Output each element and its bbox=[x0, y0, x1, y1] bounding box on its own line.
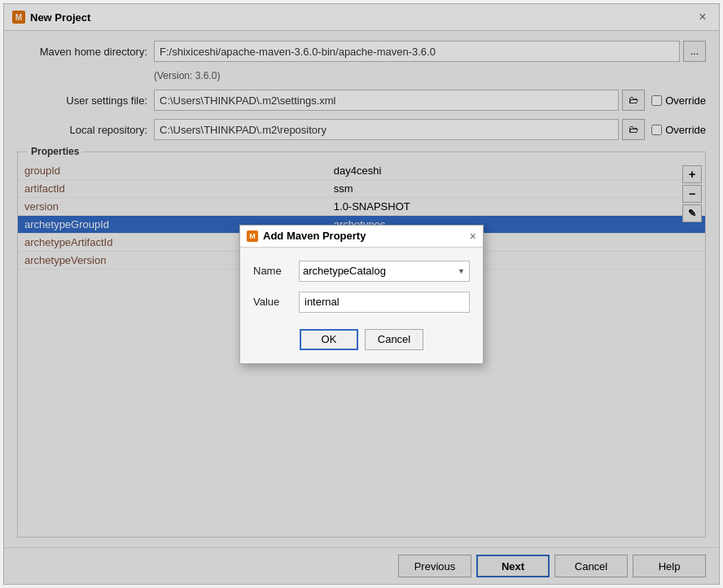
modal-buttons: OK Cancel bbox=[240, 326, 483, 363]
modal-icon: M bbox=[247, 230, 258, 242]
modal-close-button[interactable]: × bbox=[470, 230, 476, 243]
modal-title-bar: M Add Maven Property × bbox=[240, 226, 483, 248]
modal-ok-button[interactable]: OK bbox=[300, 329, 358, 350]
modal-value-row: Value bbox=[253, 292, 470, 313]
add-maven-property-modal: M Add Maven Property × Name archetypeCat… bbox=[239, 225, 484, 364]
modal-overlay: M Add Maven Property × Name archetypeCat… bbox=[4, 4, 719, 584]
modal-value-input[interactable] bbox=[299, 292, 470, 313]
main-window: M New Project × Maven home directory: ..… bbox=[3, 3, 720, 585]
modal-name-select[interactable]: archetypeCatalogarchetypeGroupIdarchetyp… bbox=[299, 261, 470, 282]
modal-title: Add Maven Property bbox=[263, 230, 465, 242]
modal-content: Name archetypeCatalogarchetypeGroupIdarc… bbox=[240, 248, 483, 326]
modal-cancel-button[interactable]: Cancel bbox=[365, 329, 423, 350]
modal-value-label: Value bbox=[253, 296, 292, 308]
modal-name-row: Name archetypeCatalogarchetypeGroupIdarc… bbox=[253, 261, 470, 282]
modal-name-label: Name bbox=[253, 265, 292, 277]
modal-name-select-wrapper: archetypeCatalogarchetypeGroupIdarchetyp… bbox=[299, 261, 470, 282]
